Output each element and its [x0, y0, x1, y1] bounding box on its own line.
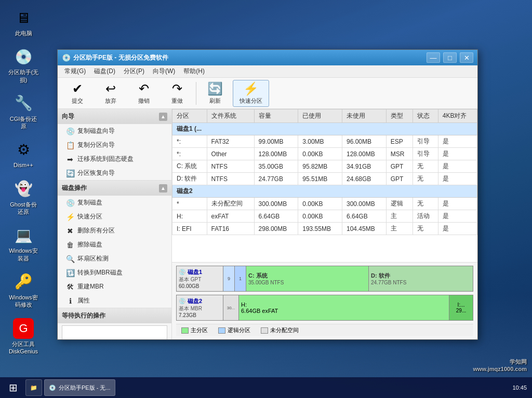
menu-bar: 常规(G) 磁盘(D) 分区(P) 向导(W) 帮助(H) — [58, 65, 477, 78]
desktop-icon-my-computer[interactable]: 🖥 此电脑 — [5, 5, 42, 39]
sidebar-bad-sector[interactable]: 🔍 坏扇区检测 — [58, 252, 171, 266]
d2r2-fs: exFAT — [207, 210, 254, 223]
disk1-header-row[interactable]: 磁盘1 (... — [172, 123, 477, 135]
submit-button[interactable]: ✔ 提交 — [62, 80, 93, 107]
windows-installer-icon: 💻 — [13, 225, 34, 245]
col-partition: 分区 — [172, 109, 207, 123]
menu-general[interactable]: 常规(G) — [60, 66, 90, 77]
menu-disk[interactable]: 磁盘(D) — [90, 66, 119, 77]
d1r4-align: 是 — [438, 173, 477, 185]
sidebar-pending-header[interactable]: 等待执行的操作 — [58, 308, 171, 323]
desktop-icon-dism[interactable]: ⚙ Dism++ — [5, 137, 42, 171]
d2r1-partition: * — [172, 198, 207, 210]
table-row[interactable]: * 未分配空间 300.00MB 0.00KB 300.00MB 逻辑 无 是 — [172, 198, 477, 210]
table-row[interactable]: I: EFI FAT16 298.00MB 193.55MB 104.45MB … — [172, 223, 477, 235]
redo-button[interactable]: ↷ 重做 — [162, 80, 193, 107]
d2r1-align: 是 — [438, 198, 477, 210]
d1r1-unused: 96.00MB — [342, 135, 386, 148]
desktop-icon-windows-installer[interactable]: 💻 Windows安装器 — [5, 223, 42, 264]
sidebar-copy-disk-op[interactable]: 💿 复制磁盘 — [58, 196, 171, 210]
sidebar-copy-partition[interactable]: 📋 复制分区向导 — [58, 138, 171, 152]
desktop-icon-ghost-backup[interactable]: 👻 Ghost备份还原 — [5, 176, 42, 218]
disk1-part-msr[interactable]: 1 — [235, 266, 246, 291]
sidebar-quick-part-op[interactable]: ⚡ 快速分区 — [58, 210, 171, 224]
disk1-part-c[interactable]: C: 系统 35.00GB NTFS — [246, 266, 369, 291]
minimize-button[interactable]: — — [427, 52, 440, 63]
copy-disk-icon: 💿 — [66, 127, 74, 135]
menu-partition[interactable]: 分区(P) — [119, 66, 149, 77]
sidebar-wizard-header[interactable]: 向导 ▲ — [58, 109, 171, 124]
legend-primary-label: 主分区 — [191, 326, 208, 334]
table-row[interactable]: H: exFAT 6.64GB 0.00KB 6.64GB 主 活动 是 — [172, 210, 477, 223]
file-explorer-button[interactable]: 📁 — [25, 379, 42, 396]
d1r2-used: 0.00KB — [298, 148, 342, 160]
wizard-collapse-btn[interactable]: ▲ — [159, 113, 167, 121]
d1r3-partition: C: 系统 — [172, 160, 207, 173]
dism-label: Dism++ — [14, 161, 33, 169]
disk2-info: 💿 磁盘2 基本 MBR 7.23GB — [177, 295, 223, 320]
sidebar-wipe-disk[interactable]: 🗑 擦除磁盘 — [58, 238, 171, 252]
quick-partition-icon: ⚡ — [243, 81, 259, 96]
discard-button[interactable]: ↩ 放弃 — [95, 80, 126, 107]
migrate-os-icon: ➡ — [66, 155, 74, 163]
disk2-part-unalloc[interactable]: 30... — [223, 295, 239, 320]
tray-time: 10:45 — [512, 385, 527, 391]
disk1-bar[interactable]: 💿 磁盘1 基本 GPT 60.00GB 9 1 C: 系统 35.00G — [176, 266, 473, 292]
desktop-icon-disk-genius[interactable]: G 分区工具DiskGenius — [5, 316, 42, 358]
sidebar-rebuild-mbr[interactable]: 🛠 重建MBR — [58, 280, 171, 294]
disk1-part-d[interactable]: D: 软件 24.77GB NTFS — [369, 266, 473, 291]
d1r2-align: 是 — [438, 148, 477, 160]
sidebar-disk-ops-header[interactable]: 磁盘操作 ▲ — [58, 181, 171, 196]
desktop-icon-partition-assistant[interactable]: 💿 分区助手(无损) — [5, 44, 42, 86]
my-computer-icon: 🖥 — [13, 7, 34, 28]
d2r3-unused: 104.45MB — [342, 223, 386, 235]
d1r4-status: 无 — [413, 173, 438, 185]
sidebar-wizard-title: 向导 — [62, 112, 74, 121]
start-button[interactable]: ⊞ — [3, 379, 23, 396]
d2r1-status: 无 — [413, 198, 438, 210]
d1r2-capacity: 128.00MB — [254, 148, 298, 160]
sidebar-convert-mbr[interactable]: 🔃 转换到MBR磁盘 — [58, 266, 171, 280]
maximize-button[interactable]: □ — [443, 52, 457, 63]
quick-partition-button[interactable]: ⚡ 快速分区 — [233, 80, 269, 107]
disk2-part-h[interactable]: H: 6.64GB exFAT — [239, 295, 449, 320]
desktop-icon-cgi-backup[interactable]: 🔧 CGI备份还原 — [5, 91, 42, 132]
my-computer-label: 此电脑 — [15, 30, 32, 37]
table-row[interactable]: *: Other 128.00MB 0.00KB 128.00MB MSR 引导… — [172, 148, 477, 160]
disk2-header-row[interactable]: 磁盘2 — [172, 185, 477, 198]
desktop-icon-windows-password[interactable]: 🔑 Windows密码修改 — [5, 269, 42, 311]
partition-table-area[interactable]: 分区 文件系统 容量 已使用 未使用 类型 状态 4KB对齐 — [172, 109, 477, 262]
table-row[interactable]: *: FAT32 99.00MB 3.00MB 96.00MB ESP 引导 是 — [172, 135, 477, 148]
menu-wizard[interactable]: 向导(W) — [149, 66, 179, 77]
legend-unallocated-label: 未分配空间 — [270, 326, 299, 334]
menu-help[interactable]: 帮助(H) — [179, 66, 209, 77]
partition-table: 分区 文件系统 容量 已使用 未使用 类型 状态 4KB对齐 — [172, 109, 477, 235]
close-button[interactable]: ✕ — [460, 52, 473, 63]
cgi-backup-icon: 🔧 — [13, 93, 34, 114]
d2r2-partition: H: — [172, 210, 207, 223]
d1r2-type: MSR — [386, 148, 413, 160]
d1r3-capacity: 35.00GB — [254, 160, 298, 173]
active-window-button[interactable]: 💿 分区助手PE版 - 无... — [44, 379, 115, 396]
disk-ops-collapse-btn[interactable]: ▲ — [159, 184, 167, 193]
sidebar-copy-disk[interactable]: 💿 复制磁盘向导 — [58, 124, 171, 138]
disk2-bar[interactable]: 💿 磁盘2 基本 MBR 7.23GB 30... H: 6.64GB exFA… — [176, 295, 473, 321]
sidebar-migrate-os[interactable]: ➡ 迁移系统到固态硬盘 — [58, 152, 171, 166]
cgi-backup-label: CGI备份还原 — [7, 115, 39, 130]
table-row[interactable]: C: 系统 NTFS 35.00GB 95.82MB 34.91GB GPT 无… — [172, 160, 477, 173]
sidebar-properties[interactable]: ℹ 属性 — [58, 294, 171, 308]
refresh-button[interactable]: 🔄 刷新 — [200, 80, 231, 107]
sidebar-delete-all[interactable]: ✖ 删除所有分区 — [58, 224, 171, 238]
windows-installer-label: Windows安装器 — [7, 247, 39, 262]
partition-assistant-icon: 💿 — [13, 46, 34, 67]
table-row[interactable]: D: 软件 NTFS 24.77GB 95.51MB 24.68GB GPT 无… — [172, 173, 477, 185]
disk1-part-esp[interactable]: 9 — [223, 266, 235, 291]
d1r4-type: GPT — [386, 173, 413, 185]
legend-unallocated-box — [261, 327, 268, 334]
undo-button[interactable]: ↶ 撤销 — [128, 80, 159, 107]
quick-part-op-icon: ⚡ — [66, 213, 74, 221]
disk2-part-i[interactable]: I:... 29... — [449, 295, 473, 320]
disk1-part-c-label: C: 系统 — [248, 272, 268, 280]
d1r2-unused: 128.00MB — [342, 148, 386, 160]
sidebar-restore-partition[interactable]: 🔄 分区恢复向导 — [58, 166, 171, 180]
